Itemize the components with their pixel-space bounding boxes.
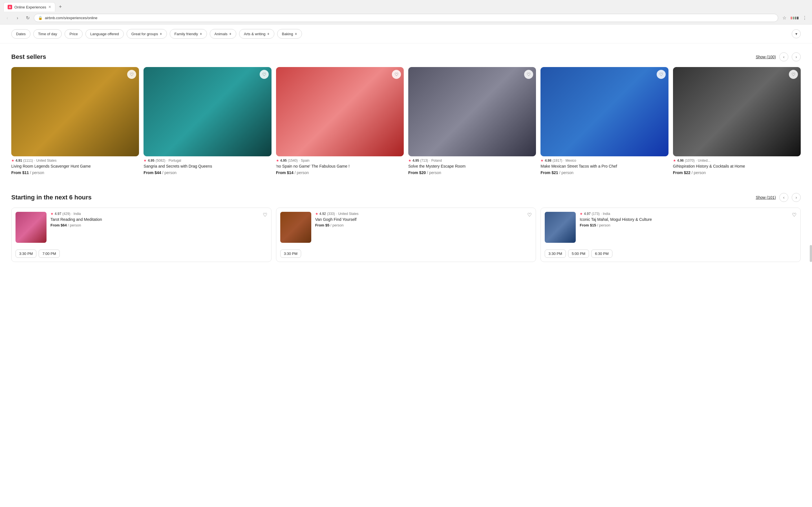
star-icon: ★ [408,159,411,163]
horizontal-card-content: ★ 4.92 (333) · United States Van Gogh Fi… [276,208,536,247]
filter-arts[interactable]: Arts & writing + [239,29,274,39]
heart-icon: ♡ [263,212,267,218]
rating-value: 4.98 [545,159,551,163]
filter-language[interactable]: Language offered [86,29,124,39]
address-bar[interactable]: 🔒 airbnb.com/s/experiences/online [34,14,778,22]
time-button[interactable]: 7:00 PM [39,249,59,258]
extensions-button[interactable] [791,14,799,22]
filter-baking-label: Baking [282,32,293,36]
refresh-button[interactable]: ↻ [24,14,32,22]
review-count: (1540) [288,159,298,163]
best-seller-card[interactable]: ♡ ★ 4.96 (1070) · United... GINspiration… [673,67,801,175]
review-count: (173) [592,212,600,216]
h-card-image-placeholder [15,212,47,243]
price-value: From $5 [315,223,329,227]
card-rating: ★ 4.98 (1917) · Mexico [541,159,668,163]
wishlist-button[interactable]: ♡ [789,70,798,79]
h-card-details: ★ 4.92 (333) · United States Van Gogh Fi… [311,212,532,243]
active-tab[interactable]: A Online Experiences × [3,2,55,11]
best-sellers-next-button[interactable]: › [792,52,801,61]
per-person-label: / person [68,223,81,227]
filter-price[interactable]: Price [64,29,83,39]
per-person-label: / person [692,170,706,175]
time-buttons: 3:30 PM7:00 PM [11,249,271,262]
card-title: Solve the Mystery Escape Room [408,164,536,169]
best-seller-card[interactable]: ♡ ★ 4.95 (5082) · Portugal Sangria and S… [144,67,271,175]
star-icon: ★ [50,212,54,216]
card-image: ♡ [408,67,536,156]
wishlist-button[interactable]: ♡ [260,70,269,79]
price-value: From $15 [580,223,596,227]
wishlist-button[interactable]: ♡ [263,212,267,218]
filter-time-of-day[interactable]: Time of day [33,29,62,39]
time-button[interactable]: 5:00 PM [568,249,589,258]
next-6-hours-card[interactable]: ★ 4.92 (333) · United States Van Gogh Fi… [276,208,536,262]
wishlist-button[interactable]: ♡ [527,212,532,218]
filter-baking[interactable]: Baking + [277,29,302,39]
next-6-hours-card[interactable]: ★ 4.97 (429) · India Tarot Reading and M… [11,208,271,262]
next-6-hours-next-button[interactable]: › [792,193,801,202]
next-6-hours-card[interactable]: ★ 4.97 (173) · India Iconic Taj Mahal, M… [541,208,801,262]
wishlist-button[interactable]: ♡ [792,212,797,218]
card-meta: ★ 4.98 (1917) · Mexico Make Mexican Stre… [541,159,668,175]
forward-button[interactable]: › [13,14,21,22]
best-seller-card[interactable]: ♡ ★ 4.98 (1917) · Mexico Make Mexican St… [541,67,668,175]
review-count: (1111) [23,159,33,163]
card-price: From $22 / person [673,170,801,175]
time-buttons: 3:30 PM [276,249,536,262]
card-image-placeholder [144,67,271,156]
country-label: United States [36,159,56,163]
menu-button[interactable]: ⋮ [801,14,809,22]
filter-language-label: Language offered [90,32,119,36]
filter-animals[interactable]: Animals + [210,29,236,39]
best-seller-card[interactable]: ♡ ★ 4.95 (1540) · Spain 'no Spain no Gam… [276,67,404,175]
best-seller-card[interactable]: ♡ ★ 4.91 (1111) · United States Living R… [11,67,139,175]
h-card-image [545,212,576,243]
best-seller-card[interactable]: ♡ ★ 4.95 (713) · Poland Solve the Myster… [408,67,536,175]
filter-groups[interactable]: Great for groups + [126,29,167,39]
price-value: From $11 [11,170,29,175]
page-content: Dates Time of day Price Language offered… [0,24,812,507]
scrollbar[interactable] [810,245,812,262]
time-button[interactable]: 3:30 PM [545,249,566,258]
bookmark-button[interactable]: ☆ [780,14,788,22]
best-sellers-show-link[interactable]: Show (100) [756,55,776,59]
review-count: (5082) [156,159,165,163]
back-button[interactable]: ‹ [3,14,11,22]
filter-bar: Dates Time of day Price Language offered… [0,24,812,43]
review-count: (429) [62,212,70,216]
rating-value: 4.97 [55,212,61,216]
time-button[interactable]: 3:30 PM [280,249,301,258]
filter-groups-label: Great for groups [132,32,158,36]
next-6-hours-show-link[interactable]: Show (101) [756,195,776,200]
filter-price-label: Price [69,32,78,36]
star-icon: ★ [11,159,14,163]
card-image-placeholder [276,67,404,156]
time-button[interactable]: 3:30 PM [15,249,36,258]
filter-more-button[interactable]: ▾ [792,29,801,38]
filter-dates[interactable]: Dates [11,29,31,39]
next-6-hours-prev-button[interactable]: ‹ [779,193,788,202]
card-price: From $20 / person [408,170,536,175]
card-title: GINspiration History & Cocktails at Home [673,164,801,169]
review-count: (1070) [685,159,695,163]
best-sellers-grid: ♡ ★ 4.91 (1111) · United States Living R… [11,67,801,175]
card-price: From $11 / person [11,170,139,175]
dot-separator: · [34,159,35,163]
card-meta: ★ 4.95 (1540) · Spain 'no Spain no Game'… [276,159,404,175]
country-label: Portugal [168,159,181,163]
tab-close-button[interactable]: × [49,5,51,9]
new-tab-button[interactable]: + [56,3,64,11]
h-card-image [280,212,311,243]
filter-family[interactable]: Family friendly + [170,29,207,39]
browser-toolbar: ‹ › ↻ 🔒 airbnb.com/s/experiences/online … [0,11,812,24]
filter-animals-label: Animals [214,32,227,36]
filter-time-of-day-label: Time of day [38,32,57,36]
wishlist-button[interactable]: ♡ [392,70,401,79]
time-button[interactable]: 6:30 PM [591,249,612,258]
best-sellers-prev-button[interactable]: ‹ [779,52,788,61]
card-title: Living Room Legends Scavenger Hunt Game [11,164,139,169]
h-card-image-placeholder [545,212,576,243]
per-person-label: / person [597,223,610,227]
wishlist-button[interactable]: ♡ [657,70,666,79]
